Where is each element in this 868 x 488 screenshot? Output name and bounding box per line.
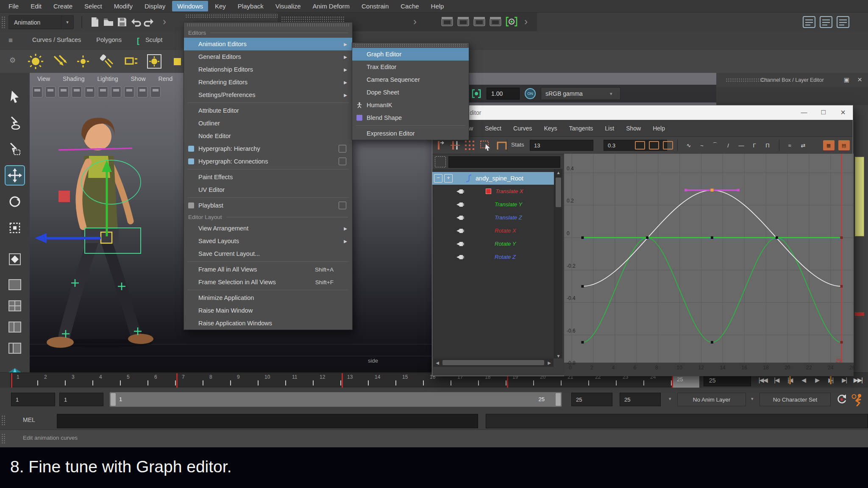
windows-menu-tearoff[interactable] bbox=[186, 23, 350, 27]
shelf-tab-sculpt[interactable]: Sculpt bbox=[145, 36, 162, 45]
select-tool-icon[interactable] bbox=[6, 87, 24, 106]
graph-editor-menu-show[interactable]: Show bbox=[626, 125, 641, 132]
windows-menu-item-settings-preferences[interactable]: Settings/Preferences▶ bbox=[184, 89, 352, 101]
outliner-channel-rotate-y[interactable]: Rotate Y bbox=[432, 237, 554, 250]
ipr-render-icon[interactable] bbox=[457, 16, 470, 27]
graph-editor-curve-view[interactable] bbox=[564, 154, 854, 363]
graph-editor-menu-keys[interactable]: Keys bbox=[544, 125, 557, 132]
character-model[interactable] bbox=[34, 102, 186, 356]
point-light-icon[interactable] bbox=[74, 53, 92, 70]
volume-light-icon[interactable] bbox=[145, 53, 164, 70]
layout-outliner-icon[interactable] bbox=[6, 339, 24, 358]
selected-control[interactable] bbox=[58, 191, 70, 202]
animation-editors-item-expression-editor[interactable]: Expression Editor bbox=[352, 127, 469, 140]
auto-keyframe-toggle-icon[interactable] bbox=[836, 394, 848, 405]
channel-box-toggle-icon[interactable] bbox=[836, 16, 850, 28]
scrollbar-thumb[interactable] bbox=[556, 177, 561, 207]
pin-icon[interactable] bbox=[456, 215, 465, 221]
redo-icon[interactable] bbox=[142, 16, 156, 28]
windows-menu-item-frame-all-in-all-views[interactable]: Frame All in All ViewsShift+A bbox=[184, 263, 352, 276]
windows-menu-item-hypergraph-connections[interactable]: Hypergraph: Connections bbox=[184, 155, 352, 168]
center-current-time-icon[interactable] bbox=[662, 140, 674, 151]
menubar-item-select[interactable]: Select bbox=[79, 1, 107, 11]
windows-menu-item-hypergraph-hierarchy[interactable]: Hypergraph: Hierarchy bbox=[184, 142, 352, 155]
step-tangent-icon[interactable]: Γ bbox=[749, 140, 760, 151]
minimize-icon[interactable]: — bbox=[794, 105, 814, 120]
mel-command-input[interactable] bbox=[57, 414, 478, 428]
lock-camera-icon[interactable] bbox=[45, 86, 56, 97]
clamped-tangent-icon[interactable]: ⌒ bbox=[709, 140, 721, 151]
hamburger-icon[interactable]: ≡ bbox=[8, 36, 13, 45]
pin-icon[interactable] bbox=[456, 202, 465, 208]
bookmark-icon[interactable] bbox=[72, 86, 82, 97]
layout-four-pane-icon[interactable] bbox=[6, 297, 24, 315]
graph-editor-window[interactable]: Graph Editor — □ × ViewSelectCurvesKeysT… bbox=[432, 105, 853, 376]
animation-editors-item-humanik[interactable]: HumanIK bbox=[352, 99, 469, 111]
linear-tangent-icon[interactable]: / bbox=[723, 140, 734, 151]
range-start-handle[interactable] bbox=[111, 393, 116, 406]
windows-menu-item-relationship-editors[interactable]: Relationship Editors▶ bbox=[184, 63, 352, 76]
graph-editor-menu-help[interactable]: Help bbox=[653, 125, 665, 132]
spot-light-icon[interactable] bbox=[97, 53, 116, 70]
scroll-left-icon[interactable]: ◀ bbox=[433, 360, 442, 365]
directional-light-icon[interactable] bbox=[50, 53, 69, 70]
windows-menu-item-uv-editor[interactable]: UV Editor bbox=[184, 183, 352, 196]
outliner-toggle-icon[interactable] bbox=[6, 250, 24, 269]
playback-end-field[interactable]: 25 bbox=[571, 393, 612, 406]
windows-menu-item-raise-application-windows[interactable]: Raise Application Windows bbox=[184, 317, 352, 330]
tool-settings-toggle-icon[interactable] bbox=[819, 16, 833, 28]
pin-icon[interactable] bbox=[456, 189, 465, 194]
menu-set-selector[interactable]: Animation ▾ bbox=[8, 15, 74, 29]
outliner-horizontal-scrollbar[interactable]: ◀ ▶ bbox=[433, 358, 554, 367]
channel-box-header[interactable]: Channel Box / Layer Editor ▣ × bbox=[716, 73, 868, 88]
playback-start-field[interactable]: 1 bbox=[59, 393, 103, 406]
viewport-menu-renderer[interactable]: Renderer bbox=[159, 75, 173, 86]
viewport-menu-shading[interactable]: Shading bbox=[63, 75, 84, 86]
menubar-item-modify[interactable]: Modify bbox=[109, 1, 138, 11]
region-select-keys-icon[interactable] bbox=[480, 140, 492, 151]
normalize-icon[interactable] bbox=[435, 156, 446, 167]
menubar-item-anim-deform[interactable]: Anim Deform bbox=[308, 1, 355, 11]
windows-menu-item-general-editors[interactable]: General Editors▶ bbox=[184, 50, 352, 63]
camera-attributes-icon[interactable] bbox=[58, 86, 69, 97]
animation-start-field[interactable]: 1 bbox=[11, 393, 55, 406]
shelf-tab-curves-surfaces[interactable]: Curves / Surfaces bbox=[32, 36, 81, 45]
viewport-menu-lighting[interactable]: Lighting bbox=[97, 75, 118, 86]
windows-menu-item-attribute-editor[interactable]: Attribute Editor bbox=[184, 104, 352, 117]
time-snap-icon[interactable]: ▦ bbox=[822, 140, 835, 151]
lattice-deform-keys-icon[interactable] bbox=[464, 140, 476, 151]
paint-select-tool-icon[interactable] bbox=[6, 140, 24, 158]
open-scene-icon[interactable] bbox=[102, 16, 115, 28]
render-view-icon[interactable] bbox=[505, 16, 518, 27]
viewport-menu-view[interactable]: View bbox=[37, 75, 50, 86]
attribute-editor-toggle-icon[interactable] bbox=[802, 16, 816, 28]
scale-tool-icon[interactable] bbox=[6, 219, 24, 237]
outliner-search-input[interactable] bbox=[448, 156, 560, 168]
toolbar-chevron-icon[interactable]: › bbox=[524, 15, 528, 28]
chevron-down-icon[interactable]: ▾ bbox=[751, 396, 754, 402]
menubar-item-display[interactable]: Display bbox=[139, 1, 170, 11]
outliner-channel-translate-y[interactable]: Translate Y bbox=[432, 198, 554, 211]
lasso-tool-icon[interactable] bbox=[6, 114, 24, 132]
chevron-down-icon[interactable]: ▾ bbox=[61, 16, 73, 29]
menubar-item-constrain[interactable]: Constrain bbox=[356, 1, 394, 11]
insert-keys-icon[interactable] bbox=[449, 140, 461, 151]
gamma-dropdown[interactable]: sRGB gamma ▾ bbox=[541, 87, 620, 100]
move-tool-icon[interactable] bbox=[6, 166, 24, 185]
toolbar-chevron-icon[interactable]: › bbox=[163, 15, 166, 28]
menubar-item-windows[interactable]: Windows bbox=[172, 1, 208, 11]
exposure-field[interactable]: 1.00 bbox=[487, 88, 520, 100]
scroll-down-icon[interactable]: ▼ bbox=[554, 354, 562, 358]
mel-label[interactable]: MEL bbox=[23, 416, 35, 423]
two-d-pan-zoom-icon[interactable] bbox=[98, 86, 108, 97]
select-camera-icon[interactable] bbox=[32, 86, 42, 97]
flat-tangent-icon[interactable]: — bbox=[736, 140, 747, 151]
popout-icon[interactable]: ▣ bbox=[844, 76, 849, 83]
windows-menu-item-paint-effects[interactable]: Paint Effects bbox=[184, 171, 352, 183]
pin-icon[interactable] bbox=[456, 254, 465, 260]
rotate-tool-icon[interactable] bbox=[6, 192, 24, 211]
grease-pencil-icon[interactable] bbox=[111, 86, 121, 97]
graph-editor-menu-curves[interactable]: Curves bbox=[513, 125, 532, 132]
render-icon[interactable] bbox=[441, 16, 453, 27]
animation-editors-item-blend-shape[interactable]: Blend Shape bbox=[352, 111, 469, 124]
